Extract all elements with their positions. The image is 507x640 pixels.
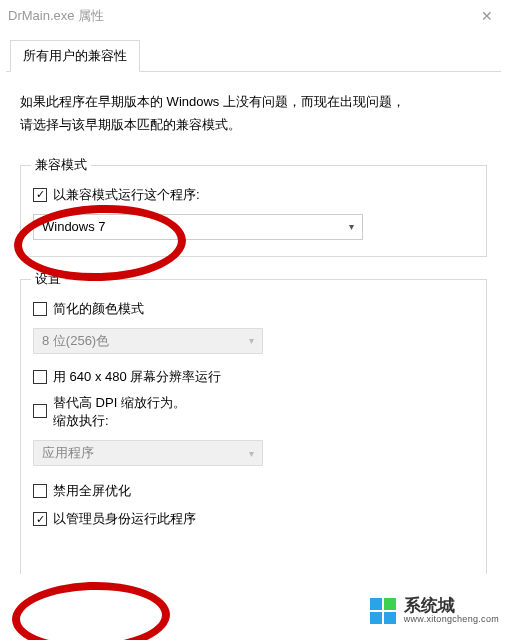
label-disable-fullscreen: 禁用全屏优化 xyxy=(53,482,131,500)
watermark-url: www.xitongcheng.com xyxy=(404,615,499,625)
intro-text: 如果此程序在早期版本的 Windows 上没有问题，而现在出现问题， 请选择与该… xyxy=(20,90,487,137)
row-low-res: 用 640 x 480 屏幕分辨率运行 xyxy=(33,368,474,386)
group-legend-settings: 设置 xyxy=(31,270,65,288)
watermark-text: 系统城 www.xitongcheng.com xyxy=(404,597,499,626)
dropdown-compat-value: Windows 7 xyxy=(42,219,106,234)
tab-label: 所有用户的兼容性 xyxy=(23,48,127,63)
close-icon[interactable]: ✕ xyxy=(477,8,497,24)
label-compat-mode: 以兼容模式运行这个程序: xyxy=(53,186,200,204)
checkbox-reduced-color[interactable] xyxy=(33,302,47,316)
row-reduced-color: 简化的颜色模式 xyxy=(33,300,474,318)
dropdown-color-mode: 8 位(256)色 ▾ xyxy=(33,328,263,354)
tab-all-users-compat[interactable]: 所有用户的兼容性 xyxy=(10,40,140,72)
label-run-as-admin: 以管理员身份运行此程序 xyxy=(53,510,196,528)
annotation-ellipse-admin xyxy=(11,579,171,640)
row-disable-fullscreen: 禁用全屏优化 xyxy=(33,482,474,500)
checkbox-dpi-override[interactable] xyxy=(33,404,47,418)
label-low-res: 用 640 x 480 屏幕分辨率运行 xyxy=(53,368,221,386)
row-compat-checkbox: 以兼容模式运行这个程序: xyxy=(33,186,474,204)
tab-content: 如果此程序在早期版本的 Windows 上没有问题，而现在出现问题， 请选择与该… xyxy=(0,72,507,574)
dropdown-color-value: 8 位(256)色 xyxy=(42,332,109,350)
checkbox-disable-fullscreen[interactable] xyxy=(33,484,47,498)
label-dpi-override: 替代高 DPI 缩放行为。 缩放执行: xyxy=(53,394,186,430)
chevron-down-icon: ▾ xyxy=(349,221,354,232)
dropdown-dpi-scaling: 应用程序 ▾ xyxy=(33,440,263,466)
group-compat-mode: 兼容模式 以兼容模式运行这个程序: Windows 7 ▾ xyxy=(20,165,487,257)
chevron-down-icon: ▾ xyxy=(249,335,254,346)
group-settings: 设置 简化的颜色模式 8 位(256)色 ▾ 用 640 x 480 屏幕分辨率… xyxy=(20,279,487,574)
checkbox-low-res[interactable] xyxy=(33,370,47,384)
watermark: 系统城 www.xitongcheng.com xyxy=(368,596,499,626)
checkbox-run-as-admin[interactable] xyxy=(33,512,47,526)
group-legend-compat: 兼容模式 xyxy=(31,156,91,174)
window-title: DrMain.exe 属性 xyxy=(8,7,104,25)
chevron-down-icon: ▾ xyxy=(249,448,254,459)
row-run-as-admin: 以管理员身份运行此程序 xyxy=(33,510,474,528)
tab-strip: 所有用户的兼容性 xyxy=(6,42,501,72)
watermark-icon xyxy=(368,596,398,626)
checkbox-compat-mode[interactable] xyxy=(33,188,47,202)
label-reduced-color: 简化的颜色模式 xyxy=(53,300,144,318)
row-dpi-override: 替代高 DPI 缩放行为。 缩放执行: xyxy=(33,394,474,430)
dropdown-compat-os[interactable]: Windows 7 ▾ xyxy=(33,214,363,240)
watermark-brand: 系统城 xyxy=(404,597,499,616)
dropdown-dpi-value: 应用程序 xyxy=(42,444,94,462)
titlebar: DrMain.exe 属性 ✕ xyxy=(0,0,507,32)
